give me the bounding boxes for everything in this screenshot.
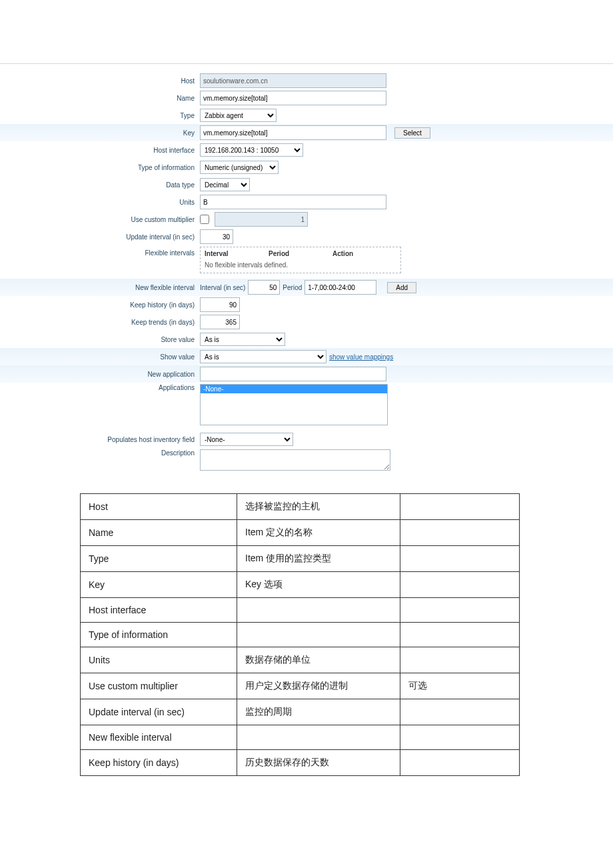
- applications-selected-option[interactable]: -None-: [201, 385, 387, 393]
- desc-text: [237, 598, 400, 623]
- flexible-intervals-table: Interval Period Action No flexible inter…: [200, 247, 401, 273]
- flexible-intervals-label: Flexible intervals: [0, 247, 200, 257]
- table-row: Update interval (in sec)监控的周期: [81, 699, 520, 725]
- desc-field: Key: [81, 572, 237, 598]
- show-value-label: Show value: [0, 353, 200, 361]
- flex-col-action: Action: [332, 250, 396, 257]
- field-description-table: Host选择被监控的主机NameItem 定义的名称TypeItem 使用的监控…: [80, 493, 520, 776]
- keep-trends-label: Keep trends (in days): [0, 319, 200, 326]
- desc-field: Type of information: [81, 623, 237, 647]
- desc-field: Host: [81, 494, 237, 520]
- desc-note: [400, 494, 520, 520]
- custom-multiplier-checkbox[interactable]: [200, 215, 209, 224]
- store-value-select[interactable]: As is: [200, 333, 285, 346]
- desc-field: Type: [81, 546, 237, 572]
- desc-note: [400, 572, 520, 598]
- table-row: Host选择被监控的主机: [81, 494, 520, 520]
- type-of-info-label: Type of information: [0, 164, 200, 171]
- desc-note: [400, 750, 520, 776]
- flex-col-period: Period: [269, 250, 332, 257]
- table-row: Use custom multiplier用户定义数据存储的进制可选: [81, 673, 520, 699]
- populates-inventory-label: Populates host inventory field: [0, 436, 200, 443]
- keep-trends-input[interactable]: [200, 315, 240, 329]
- host-interface-label: Host interface: [0, 147, 200, 154]
- description-textarea[interactable]: [200, 449, 390, 471]
- type-of-info-select[interactable]: Numeric (unsigned): [200, 161, 279, 174]
- type-label: Type: [0, 112, 200, 119]
- table-row: Units数据存储的单位: [81, 647, 520, 673]
- desc-text: 选择被监控的主机: [237, 494, 400, 520]
- desc-text: 用户定义数据存储的进制: [237, 673, 400, 699]
- custom-multiplier-label: Use custom multiplier: [0, 216, 200, 223]
- host-interface-select[interactable]: 192.168.200.143 : 10050: [200, 143, 303, 157]
- table-row: TypeItem 使用的监控类型: [81, 546, 520, 572]
- desc-field: Host interface: [81, 598, 237, 623]
- flex-empty-text: No flexible intervals defined.: [201, 260, 400, 273]
- units-input[interactable]: [200, 195, 386, 209]
- table-row: Keep history (in days)历史数据保存的天数: [81, 750, 520, 776]
- table-row: NameItem 定义的名称: [81, 520, 520, 546]
- description-label: Description: [0, 449, 200, 457]
- data-type-select[interactable]: Decimal: [200, 178, 250, 191]
- name-input[interactable]: [200, 91, 386, 105]
- desc-note: [400, 623, 520, 647]
- units-label: Units: [0, 199, 200, 206]
- desc-text: 数据存储的单位: [237, 647, 400, 673]
- update-interval-input[interactable]: [200, 229, 233, 244]
- desc-text: 历史数据保存的天数: [237, 750, 400, 776]
- new-application-label: New application: [0, 371, 200, 378]
- desc-field: Name: [81, 520, 237, 546]
- desc-field: Keep history (in days): [81, 750, 237, 776]
- desc-field: Use custom multiplier: [81, 673, 237, 699]
- desc-field: New flexible interval: [81, 725, 237, 750]
- table-row: KeyKey 选项: [81, 572, 520, 598]
- host-label: Host: [0, 77, 200, 85]
- new-application-input[interactable]: [200, 367, 386, 381]
- show-value-select[interactable]: As is: [200, 350, 326, 363]
- custom-multiplier-input[interactable]: [215, 212, 308, 227]
- desc-note: [400, 647, 520, 673]
- select-key-button[interactable]: Select: [394, 127, 430, 139]
- desc-note: [400, 546, 520, 572]
- flex-col-interval: Interval: [205, 250, 269, 257]
- store-value-label: Store value: [0, 336, 200, 343]
- keep-history-input[interactable]: [200, 297, 240, 312]
- applications-listbox[interactable]: -None-: [200, 384, 388, 425]
- period-inline-label: Period: [283, 284, 302, 291]
- update-interval-label: Update interval (in sec): [0, 233, 200, 241]
- desc-note: [400, 598, 520, 623]
- desc-note: [400, 520, 520, 546]
- desc-text: Item 定义的名称: [237, 520, 400, 546]
- applications-label: Applications: [0, 384, 200, 391]
- desc-text: 监控的周期: [237, 699, 400, 725]
- type-select[interactable]: Zabbix agent: [200, 109, 277, 122]
- host-input[interactable]: [200, 73, 386, 88]
- desc-text: Key 选项: [237, 572, 400, 598]
- desc-note: [400, 725, 520, 750]
- keep-history-label: Keep history (in days): [0, 301, 200, 309]
- populates-inventory-select[interactable]: -None-: [200, 433, 293, 446]
- table-row: New flexible interval: [81, 725, 520, 750]
- new-flex-period-input[interactable]: [305, 280, 376, 295]
- data-type-label: Data type: [0, 181, 200, 189]
- desc-text: [237, 725, 400, 750]
- desc-text: [237, 623, 400, 647]
- desc-note: [400, 699, 520, 725]
- table-row: Host interface: [81, 598, 520, 623]
- desc-note: 可选: [400, 673, 520, 699]
- desc-text: Item 使用的监控类型: [237, 546, 400, 572]
- name-label: Name: [0, 95, 200, 102]
- interval-inline-label: Interval (in sec): [200, 284, 245, 291]
- new-flexible-interval-label: New flexible interval: [0, 284, 200, 291]
- table-row: Type of information: [81, 623, 520, 647]
- key-label: Key: [0, 129, 200, 137]
- add-flex-interval-button[interactable]: Add: [387, 282, 416, 293]
- desc-field: Update interval (in sec): [81, 699, 237, 725]
- new-flex-interval-input[interactable]: [248, 280, 280, 295]
- key-input[interactable]: [200, 125, 386, 140]
- desc-field: Units: [81, 647, 237, 673]
- show-value-mappings-link[interactable]: show value mappings: [329, 353, 393, 361]
